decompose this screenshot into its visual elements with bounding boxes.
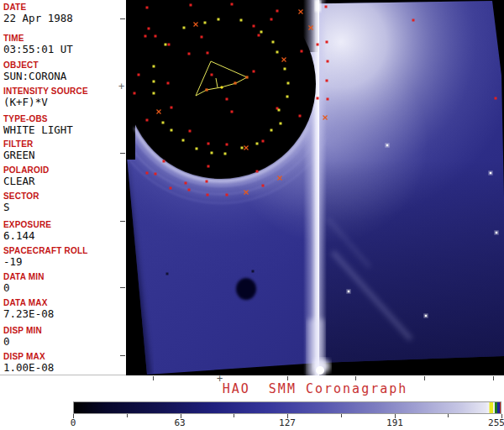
app-window: DATE22 Apr 1988TIME03:55:01 UTOBJECTSUN:… xyxy=(0,0,504,430)
yellow-dot xyxy=(240,19,243,22)
field-value: GREEN xyxy=(3,149,126,161)
left-tick xyxy=(120,153,125,154)
pointer-vertex-dot xyxy=(245,76,248,78)
yellow-dot xyxy=(272,41,275,44)
field-label: DISP MAX xyxy=(3,352,126,361)
field-label: DISP MIN xyxy=(3,326,126,335)
red-dot xyxy=(325,6,328,8)
sidebar-field: DATA MIN0 xyxy=(3,272,126,294)
red-dot xyxy=(206,181,208,183)
field-value: SUN:CORONA xyxy=(3,71,126,82)
yellow-dot xyxy=(224,153,227,155)
metadata-sidebar: DATE22 Apr 1988TIME03:55:01 UTOBJECTSUN:… xyxy=(0,0,126,375)
red-dot xyxy=(253,71,255,73)
star-point xyxy=(490,172,491,174)
streak-bottom-flare-core xyxy=(316,366,324,375)
red-dot xyxy=(326,41,328,44)
field-label: DATA MIN xyxy=(3,272,126,281)
red-dot xyxy=(155,173,157,176)
red-dot xyxy=(207,143,210,145)
field-label: INTENSITY SOURCE xyxy=(3,87,126,96)
red-dot xyxy=(155,35,157,38)
red-dot xyxy=(270,18,273,21)
yellow-dot xyxy=(286,96,289,98)
colorbar-minor-tick xyxy=(341,414,342,417)
red-dot xyxy=(299,115,302,118)
left-tick xyxy=(120,355,125,356)
red-dot xyxy=(185,182,187,185)
star-point xyxy=(386,144,388,146)
field-value: S xyxy=(3,202,126,213)
red-dot xyxy=(171,107,173,109)
field-value: CLEAR xyxy=(3,176,126,187)
red-dot xyxy=(226,98,228,101)
yellow-dot xyxy=(204,22,207,24)
sidebar-field: OBJECTSUN:CORONA xyxy=(3,60,126,82)
yellow-dot xyxy=(278,109,281,112)
dark-speck xyxy=(252,270,255,273)
yellow-dot xyxy=(284,68,286,71)
pointer-vertex-dot xyxy=(234,81,236,84)
dark-speck xyxy=(166,273,169,275)
left-tick xyxy=(120,287,125,288)
red-dot xyxy=(253,25,255,28)
red-dot xyxy=(412,19,415,22)
field-value: WHITE LIGHT xyxy=(3,124,126,136)
field-label: SPACECRAFT ROLL xyxy=(3,246,126,255)
yellow-dot xyxy=(276,51,279,54)
yellow-dot xyxy=(153,66,155,68)
streak-top-flare xyxy=(315,0,321,12)
sidebar-field: DATA MAX7.23E-08 xyxy=(3,298,126,320)
yellow-dot xyxy=(218,18,220,21)
field-label: SECTOR xyxy=(3,191,126,201)
sidebar-field: DISP MAX1.00E-08 xyxy=(3,352,126,374)
red-dot xyxy=(207,165,210,168)
red-dot xyxy=(211,74,213,76)
red-dot xyxy=(207,52,209,55)
field-label: POLAROID xyxy=(3,165,126,175)
yellow-dot xyxy=(260,31,263,34)
star-point xyxy=(425,315,427,317)
red-dot xyxy=(189,130,192,133)
colorbar-minor-tick xyxy=(234,414,234,417)
sidebar-field: EXPOSURE6.144 xyxy=(3,220,126,242)
field-label: FILTER xyxy=(3,139,126,149)
sidebar-field: SECTORS xyxy=(3,191,126,213)
red-dot xyxy=(317,44,319,46)
colorbar xyxy=(73,401,501,414)
field-label: TIME xyxy=(3,34,126,43)
red-dot xyxy=(170,187,172,190)
yellow-dot xyxy=(211,152,213,155)
red-dot xyxy=(188,53,191,55)
red-dot xyxy=(138,74,140,76)
field-label: DATA MAX xyxy=(3,298,126,307)
field-label: EXPOSURE xyxy=(3,220,126,229)
field-value: 1.00E-08 xyxy=(3,362,126,374)
field-value: 03:55:01 UT xyxy=(3,44,126,55)
red-dot xyxy=(148,28,150,30)
yellow-dot xyxy=(162,122,165,124)
red-dot xyxy=(262,140,265,143)
red-dot xyxy=(188,189,191,191)
yellow-dot xyxy=(270,129,273,132)
field-label: DATE xyxy=(3,3,126,12)
red-dot xyxy=(207,194,209,197)
sidebar-field: INTENSITY SOURCE(K+F)*V xyxy=(3,87,126,108)
red-dot xyxy=(226,194,228,197)
colorbar-tick-label: 63 xyxy=(174,417,185,428)
left-tick xyxy=(120,221,125,222)
dust-blob xyxy=(236,278,256,300)
field-value: 0 xyxy=(3,336,126,348)
star-point xyxy=(348,291,349,292)
yellow-dot xyxy=(287,82,290,85)
field-value: -19 xyxy=(3,256,126,268)
sidebar-field: DATE22 Apr 1988 xyxy=(3,3,126,24)
red-dot xyxy=(201,36,203,39)
yellow-dot xyxy=(153,92,155,95)
red-dot xyxy=(168,44,171,46)
bottom-tick xyxy=(355,376,356,380)
yellow-dot xyxy=(153,81,155,83)
sidebar-divider xyxy=(0,375,126,375)
red-dot xyxy=(146,119,149,122)
yellow-dot xyxy=(182,139,185,142)
